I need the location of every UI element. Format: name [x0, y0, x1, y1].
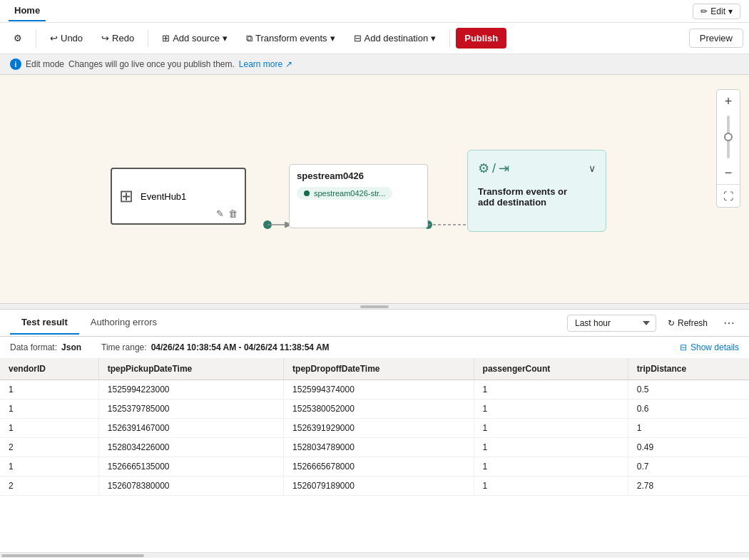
refresh-button[interactable]: ↻ Refresh [662, 315, 713, 331]
redo-button[interactable]: ↪ Redo [93, 29, 142, 48]
transform-text-line2: add destination [478, 197, 546, 208]
external-link-icon: ↗ [285, 59, 292, 69]
eventhub-label: EventHub1 [141, 191, 186, 202]
transform-label: Transform events [255, 33, 327, 44]
table-row: 21526078380000152607918900012.78 [0, 477, 749, 496]
transform-icon: ⧉ [246, 33, 253, 44]
table-cell: 1526078380000 [98, 477, 283, 496]
table-header-row: vendorIDtpepPickupDateTimetpepDropoffDat… [0, 358, 749, 380]
table-cell: 1 [0, 399, 98, 419]
refresh-label: Refresh [678, 318, 708, 328]
table-row: 11526391467000152639192900011 [0, 419, 749, 438]
table-column-header: passengerCount [474, 358, 628, 380]
publish-button[interactable]: Publish [456, 28, 506, 49]
table-cell: 1525994374000 [284, 380, 474, 399]
table-cell: 1 [474, 419, 628, 438]
data-format-label: Data format: [10, 342, 57, 352]
zoom-in-button[interactable]: + [717, 90, 740, 113]
transform-expand-icon[interactable]: ∨ [588, 163, 596, 174]
eventhub-delete-icon[interactable]: 🗑 [228, 208, 238, 219]
zoom-controls: + − ⛶ [716, 89, 740, 208]
publish-label: Publish [464, 33, 498, 44]
table-cell: 1525994223000 [98, 380, 283, 399]
transform-node[interactable]: ⚙ / ⇥ ∨ Transform events or add destinat… [467, 150, 606, 232]
eventhub-node[interactable]: ⊞ EventHub1 ✎ 🗑 [111, 168, 246, 225]
transform-node-label: Transform events or add destination [478, 186, 567, 208]
add-destination-button[interactable]: ⊟ Add destination ▾ [346, 29, 444, 48]
more-options-button[interactable]: ⋯ [719, 315, 739, 331]
test-result-label: Test result [21, 317, 68, 327]
panel-tabs-left: Test result Authoring errors [10, 311, 168, 335]
preview-label: Preview [700, 33, 733, 44]
table-cell: 1528034226000 [98, 438, 283, 457]
table-row: 11525379785000152538005200010.6 [0, 399, 749, 419]
settings-button[interactable]: ⚙ [6, 29, 30, 48]
table-cell: 1 [0, 419, 98, 438]
panel-divider[interactable] [0, 303, 749, 309]
time-range-select[interactable]: Last hour Last 30 minutes Last 24 hours [567, 315, 656, 332]
table-column-header: vendorID [0, 358, 98, 380]
refresh-icon: ↻ [668, 318, 675, 328]
add-destination-chevron: ▾ [431, 33, 436, 44]
table-cell: 2.78 [628, 477, 749, 496]
fit-view-button[interactable]: ⛶ [717, 184, 740, 207]
table-column-header: tpepDropoffDateTime [284, 358, 474, 380]
home-tab[interactable]: Home [9, 1, 46, 21]
table-cell: 1 [474, 399, 628, 419]
add-source-button[interactable]: ⊞ Add source ▾ [154, 29, 235, 48]
table-cell: 1525380052000 [284, 399, 474, 419]
table-cell: 1525379785000 [98, 399, 283, 419]
zoom-slider[interactable] [727, 116, 730, 158]
table-cell: 0.49 [628, 438, 749, 457]
settings-gear-icon: ⚙ [478, 161, 489, 176]
data-meta-left: Data format: Json Time range: 04/26/24 1… [10, 342, 330, 352]
show-details-button[interactable]: ⊟ Show details [680, 342, 739, 352]
table-column-header: tripDistance [628, 358, 749, 380]
time-range-label: Time range: [101, 342, 147, 352]
info-icon: i [10, 58, 21, 70]
table-cell: 0.6 [628, 399, 749, 419]
learn-more-label: Learn more [239, 59, 282, 69]
zoom-thumb [724, 133, 733, 141]
panel-tabs-right: Last hour Last 30 minutes Last 24 hours … [567, 315, 739, 332]
title-bar: Home ✏ Edit ▾ [0, 0, 749, 23]
undo-button[interactable]: ↩ Undo [42, 29, 91, 48]
zoom-out-button[interactable]: − [717, 161, 740, 184]
badge-dot [304, 190, 310, 196]
toolbar-separator-2 [148, 30, 148, 47]
transform-chevron: ▾ [330, 33, 335, 44]
transform-top: ⚙ / ⇥ ∨ [478, 161, 596, 176]
data-format-value: Json [61, 342, 81, 352]
add-source-label: Add source [173, 33, 220, 44]
eventhub-actions: ✎ 🗑 [216, 208, 238, 219]
tab-test-result[interactable]: Test result [10, 311, 79, 335]
table-cell: 0.7 [628, 457, 749, 477]
show-details-label: Show details [691, 342, 739, 352]
scroll-thumb [1, 554, 144, 557]
table-cell: 1526665678000 [284, 457, 474, 477]
transform-events-button[interactable]: ⧉ Transform events ▾ [238, 29, 343, 49]
canvas: ⊞ EventHub1 ✎ 🗑 spestream0426 spestream0… [0, 75, 749, 303]
toolbar: ⚙ ↩ Undo ↪ Redo ⊞ Add source ▾ ⧉ Transfo… [0, 23, 749, 54]
data-meta: Data format: Json Time range: 04/26/24 1… [0, 337, 749, 358]
preview-button[interactable]: Preview [689, 29, 743, 48]
learn-more-link[interactable]: Learn more ↗ [239, 59, 292, 69]
data-table-wrap[interactable]: vendorIDtpepPickupDateTimetpepDropoffDat… [0, 358, 749, 552]
edit-mode-label: Edit mode [26, 59, 64, 69]
table-cell: 1 [474, 457, 628, 477]
tab-authoring-errors[interactable]: Authoring errors [79, 311, 168, 335]
edit-button[interactable]: ✏ Edit ▾ [693, 4, 740, 19]
stream-node[interactable]: spestream0426 spestream0426-str... [289, 164, 428, 228]
svg-point-0 [263, 220, 272, 229]
add-source-chevron: ▾ [223, 33, 228, 44]
toolbar-separator-1 [36, 30, 36, 47]
stream-title: spestream0426 [297, 170, 420, 181]
transform-text-line1: Transform events or [478, 186, 567, 197]
table-cell: 1526079189000 [284, 477, 474, 496]
eventhub-edit-icon[interactable]: ✎ [216, 208, 224, 219]
horizontal-scrollbar[interactable] [0, 552, 749, 558]
destination-icon: ⇥ [499, 161, 509, 176]
panel-tabs: Test result Authoring errors Last hour L… [0, 310, 749, 337]
undo-label: Undo [61, 33, 83, 44]
redo-label: Redo [112, 33, 134, 44]
